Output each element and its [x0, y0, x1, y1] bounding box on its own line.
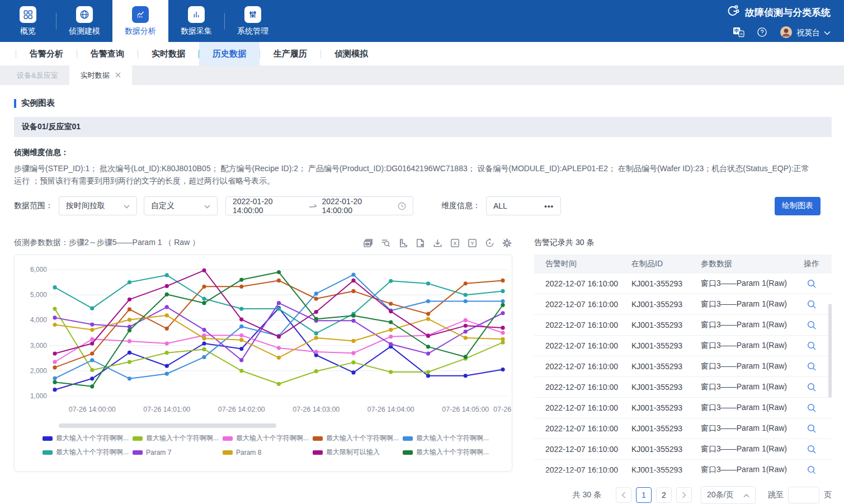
- download-icon[interactable]: [432, 237, 443, 248]
- legend-swatch: [223, 450, 233, 455]
- settings-icon[interactable]: [501, 237, 512, 248]
- sub-nav-alarm-query[interactable]: 告警查询: [77, 42, 138, 65]
- sub-nav-production-history[interactable]: 生产履历: [260, 42, 320, 65]
- sub-nav: 告警分析 告警查询 实时数据 历史数据 生产履历 侦测模拟: [0, 42, 844, 65]
- page-button-1[interactable]: 1: [636, 487, 652, 503]
- legend-swatch: [313, 436, 323, 441]
- magnifier-icon[interactable]: [807, 300, 817, 309]
- wafer-id: KJ001-355293: [624, 465, 696, 474]
- start-time[interactable]: 2022-01-20 14:00:00: [233, 197, 304, 215]
- table-row: 2022-12-07 16:10:00 KJ001-355293 窗口3——Pa…: [534, 398, 832, 418]
- magnifier-icon[interactable]: [807, 383, 817, 392]
- y-axis-icon[interactable]: Y: [466, 237, 478, 248]
- section-marker: [14, 99, 16, 108]
- next-page-button[interactable]: [676, 487, 692, 503]
- dimension-select[interactable]: ALL •••: [486, 196, 561, 215]
- dimension-info-label: 侦测维度信息：: [14, 148, 832, 158]
- param-data: 窗口3——Param 1(Raw): [696, 341, 791, 351]
- table-vertical-scrollbar[interactable]: [828, 304, 832, 398]
- svg-text:中: 中: [734, 28, 739, 34]
- chevron-down-icon: [824, 31, 831, 35]
- chevron-down-icon: [204, 201, 210, 210]
- wafer-id: KJ001-355293: [624, 321, 696, 329]
- reset-icon[interactable]: [484, 237, 495, 248]
- chart-horizontal-scrollbar[interactable]: [59, 423, 276, 428]
- language-icon[interactable]: 中n: [733, 27, 744, 39]
- param-data: 窗口3——Param 1(Raw): [696, 320, 791, 330]
- magnifier-icon[interactable]: [807, 424, 817, 434]
- legend-swatch: [43, 436, 53, 441]
- sub-nav-detection-simulation[interactable]: 侦测模拟: [321, 42, 381, 65]
- jump-suffix: 页: [824, 490, 832, 500]
- legend-item[interactable]: 最大输入十个字符啊啊...: [133, 434, 223, 443]
- clock-icon: [398, 202, 406, 210]
- legend-item[interactable]: 最大输入十个字符啊啊...: [313, 434, 403, 443]
- file-clear-icon[interactable]: [414, 237, 426, 248]
- legend-item[interactable]: 最大输入十个字符啊啊...: [43, 434, 133, 443]
- page-size-select[interactable]: 20条/页: [701, 486, 756, 504]
- end-time[interactable]: 2022-01-20 14:00:00: [322, 197, 393, 215]
- svg-text:n: n: [741, 32, 743, 36]
- date-range-picker[interactable]: 2022-01-20 14:00:00 2022-01-20 14:00:00: [225, 196, 413, 215]
- top-nav-system[interactable]: 系统管理: [225, 0, 281, 42]
- legend-item[interactable]: Param 7: [133, 448, 223, 457]
- magnifier-icon[interactable]: [807, 321, 817, 330]
- sub-nav-alarm-analysis[interactable]: 告警分析: [16, 42, 77, 65]
- magnifier-icon[interactable]: [807, 341, 817, 351]
- pagination: 共 30 条 12 20条/页 跳至 页: [534, 486, 832, 504]
- magnifier-icon[interactable]: [807, 445, 817, 454]
- wafer-id: KJ001-355293: [624, 383, 696, 392]
- screen: 概览 侦测建模 数据分析 数据采集 系统管理: [0, 0, 844, 504]
- top-nav-label: 系统管理: [237, 26, 268, 36]
- preview-layers-icon[interactable]: [362, 237, 374, 248]
- legend-item[interactable]: 最大输入十个字符啊啊...: [43, 448, 133, 457]
- range-type-select[interactable]: 自定义: [144, 196, 218, 215]
- legend-label: Param 8: [236, 449, 261, 456]
- jump-page-input[interactable]: [788, 487, 819, 503]
- prev-page-button[interactable]: [616, 487, 631, 503]
- tab-device-chamber[interactable]: 设备&反应室: [6, 65, 69, 85]
- legend-swatch: [43, 450, 53, 455]
- chevron-up-icon: [743, 491, 749, 500]
- jump-label: 跳至: [768, 490, 784, 500]
- svg-text:07-26 14:01:00: 07-26 14:01:00: [143, 406, 190, 413]
- sub-nav-realtime-data[interactable]: 实时数据: [138, 42, 199, 65]
- legend-item[interactable]: 最大输入十个字符啊啊...: [223, 434, 313, 443]
- top-nav-data-collect[interactable]: 数据采集: [168, 0, 224, 42]
- legend-item[interactable]: 最大限制可以输入: [313, 448, 403, 457]
- magnifier-icon[interactable]: [807, 465, 817, 475]
- draw-chart-button[interactable]: 绘制图表: [775, 197, 821, 215]
- ruler-icon[interactable]: [397, 237, 408, 248]
- legend-item[interactable]: 最大输入十个字符啊啊...: [403, 448, 493, 457]
- svg-text:07-26 14:04:00: 07-26 14:04:00: [367, 406, 414, 413]
- pull-mode-select[interactable]: 按时间拉取: [59, 196, 137, 215]
- svg-text:6,000: 6,000: [30, 266, 47, 274]
- user-menu[interactable]: 祝英台: [780, 26, 831, 40]
- tab-realtime-data[interactable]: 实时数据: [69, 65, 132, 85]
- table-row: 2022-12-07 16:10:00 KJ001-355293 窗口3——Pa…: [534, 439, 832, 460]
- chart-title: 侦测参数数据：步骤2～步骤5——Param 1 （ Raw ）: [14, 238, 200, 248]
- legend-item[interactable]: 最大输入十个字符啊啊...: [403, 434, 493, 443]
- svg-text:07-26 14:03:00: 07-26 14:03:00: [293, 406, 340, 413]
- magnifier-icon[interactable]: [807, 403, 817, 413]
- table-row: 2022-12-07 16:10:00 KJ001-355293 窗口3——Pa…: [534, 294, 832, 315]
- alarm-time: 2022-12-07 16:10:00: [534, 424, 624, 433]
- svg-text:07-26 14:0: 07-26 14:0: [493, 406, 512, 413]
- top-nav-overview[interactable]: 概览: [0, 0, 56, 42]
- grid-icon: [20, 6, 36, 23]
- data-range-label: 数据范围：: [14, 201, 53, 211]
- legend-item[interactable]: Param 8: [223, 448, 313, 457]
- sub-nav-history-data[interactable]: 历史数据: [199, 42, 260, 65]
- legend-label: 最大输入十个字符啊啊...: [56, 434, 129, 443]
- search-list-icon[interactable]: [380, 237, 391, 248]
- legend-swatch: [403, 450, 413, 455]
- page-button-2[interactable]: 2: [656, 487, 672, 503]
- close-icon[interactable]: [115, 71, 121, 79]
- magnifier-icon[interactable]: [807, 362, 817, 371]
- top-nav-data-analysis[interactable]: 数据分析: [112, 0, 168, 42]
- table-row: 2022-12-07 16:10:00 KJ001-355293 窗口3——Pa…: [534, 315, 832, 336]
- top-nav-modeling[interactable]: 侦测建模: [56, 0, 112, 42]
- help-icon[interactable]: [757, 27, 767, 39]
- magnifier-icon[interactable]: [807, 279, 817, 289]
- x-axis-icon[interactable]: X: [449, 237, 460, 248]
